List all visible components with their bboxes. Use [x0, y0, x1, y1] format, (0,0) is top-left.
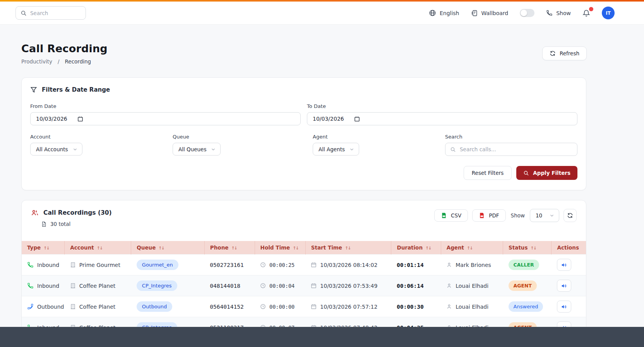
availability-toggle[interactable] [520, 9, 534, 17]
avatar[interactable]: IT [602, 7, 615, 19]
show-entries-label: Show [511, 212, 525, 219]
clock-icon [260, 262, 266, 268]
phone-number: 0502723161 [210, 262, 243, 268]
sort-icon[interactable]: ↑↓ [293, 246, 298, 251]
agent-name: Louai Elhadi [456, 283, 488, 289]
column-header-agent[interactable]: Agent↑↓ [441, 241, 503, 255]
account-cell: Coffee Planet [65, 296, 131, 317]
phone-cell: 0502723161 [204, 255, 255, 275]
table-row[interactable]: Outbound Coffee Planet Outbound 05640141… [22, 296, 586, 317]
sort-icon[interactable]: ↑↓ [531, 246, 536, 251]
clock-icon [260, 283, 266, 289]
start-time-cell: 10/03/2026 07:53:49 [305, 275, 391, 296]
recordings-title: Call Recordings (30) [43, 209, 112, 216]
apply-filters-button[interactable]: Apply Filters [516, 166, 577, 180]
apply-filters-label: Apply Filters [533, 170, 570, 176]
to-date-value: 10/03/2026 [313, 116, 344, 122]
from-date-field: From Date 10/03/2026 [30, 103, 301, 125]
search-icon [21, 10, 27, 16]
refresh-button[interactable]: Refresh [542, 46, 587, 60]
topbar: English Wallboard Show IT [0, 2, 644, 25]
person-icon [446, 304, 452, 309]
column-header-account[interactable]: Account↑↓ [65, 241, 131, 255]
account-value: All Accounts [36, 146, 68, 152]
start-time-value: 10/03/2026 07:57:12 [320, 304, 377, 310]
play-recording-button[interactable] [557, 301, 571, 313]
filters-card: Filters & Date Range From Date 10/03/202… [21, 77, 586, 190]
agent-select[interactable]: All Agents [313, 143, 359, 156]
column-header-start-time[interactable]: Start Time↑↓ [305, 241, 391, 255]
toggle-knob [521, 10, 527, 16]
wallboard-button[interactable]: Wallboard [471, 10, 508, 17]
bottom-strip [0, 327, 644, 347]
reset-filters-button[interactable]: Reset Filters [464, 166, 512, 180]
show-phone-button[interactable]: Show [546, 10, 571, 16]
globe-icon [429, 9, 436, 17]
sort-icon[interactable]: ↑↓ [425, 246, 431, 251]
account-label: Account [30, 134, 173, 140]
sort-icon[interactable]: ↑↓ [43, 246, 49, 251]
column-header-actions: Actions [552, 241, 586, 255]
person-icon [446, 283, 452, 289]
language-selector[interactable]: English [429, 9, 459, 17]
calendar-icon[interactable] [354, 116, 360, 122]
to-date-input[interactable]: 10/03/2026 [307, 112, 577, 125]
building-icon [70, 262, 76, 268]
notifications-button[interactable] [582, 9, 590, 17]
reload-table-button[interactable] [564, 209, 577, 222]
sort-icon[interactable]: ↑↓ [345, 246, 350, 251]
breadcrumb-current: Recording [65, 58, 91, 65]
breadcrumb-parent[interactable]: Productivity [21, 58, 52, 65]
main-content: Call Recording Productivity / Recording … [0, 43, 644, 347]
table-row[interactable]: Inbound Coffee Planet CP_Integres 048144… [22, 275, 586, 296]
queue-badge: CP_Integres [137, 280, 177, 291]
breadcrumb-separator: / [58, 58, 60, 65]
page-size-select[interactable]: 10 [530, 209, 559, 222]
duration-cell: 00:01:14 [391, 255, 441, 275]
from-date-input[interactable]: 10/03/2026 [30, 112, 301, 125]
column-header-hold-time[interactable]: Hold Time↑↓ [255, 241, 305, 255]
export-csv-button[interactable]: CSV [434, 209, 468, 222]
pdf-file-icon [479, 212, 485, 219]
search-icon [523, 170, 529, 176]
table-row[interactable]: Inbound Prime Gourmet Gourmet_en 0502723… [22, 255, 586, 275]
recordings-title-row: Call Recordings (30) [31, 209, 112, 217]
search-label: Search [445, 134, 577, 140]
queue-value: All Queues [178, 146, 206, 152]
agent-value: All Agents [319, 146, 345, 152]
account-select[interactable]: All Accounts [30, 143, 82, 156]
account-name: Coffee Planet [79, 283, 116, 289]
play-recording-button[interactable] [557, 280, 571, 292]
column-header-duration[interactable]: Duration↑↓ [391, 241, 441, 255]
search-calls-box[interactable] [445, 143, 577, 156]
account-name: Coffee Planet [79, 304, 116, 310]
speaker-icon [561, 283, 567, 289]
column-header-status[interactable]: Status↑↓ [503, 241, 552, 255]
calendar-icon[interactable] [77, 116, 83, 122]
agent-cell: Mark Briones [441, 255, 503, 275]
global-search[interactable] [15, 6, 86, 20]
account-filter: Account All Accounts [30, 134, 173, 156]
filters-title: Filters & Date Range [42, 86, 110, 93]
inbound-call-icon [27, 282, 34, 289]
person-icon [446, 262, 452, 268]
sort-icon[interactable]: ↑↓ [97, 246, 102, 251]
outbound-call-icon [27, 303, 34, 310]
export-pdf-button[interactable]: PDF [472, 209, 505, 222]
start-time-value: 10/03/2026 08:14:02 [320, 262, 377, 268]
recordings-card: Call Recordings (30) 30 total CSV [21, 200, 586, 347]
search-calls-input[interactable] [460, 146, 572, 152]
show-label: Show [556, 10, 571, 16]
sort-icon[interactable]: ↑↓ [467, 246, 472, 251]
queue-select[interactable]: All Queues [173, 143, 221, 156]
status-badge: AGENT [509, 280, 537, 291]
column-header-queue[interactable]: Queue↑↓ [131, 241, 205, 255]
sort-icon[interactable]: ↑↓ [158, 246, 164, 251]
column-header-type[interactable]: Type↑↓ [22, 241, 65, 255]
column-header-phone[interactable]: Phone↑↓ [204, 241, 255, 255]
global-search-input[interactable] [30, 10, 77, 16]
building-icon [70, 283, 76, 289]
sort-icon[interactable]: ↑↓ [231, 246, 236, 251]
start-time-cell: 10/03/2026 07:57:12 [305, 296, 391, 317]
play-recording-button[interactable] [557, 259, 571, 271]
